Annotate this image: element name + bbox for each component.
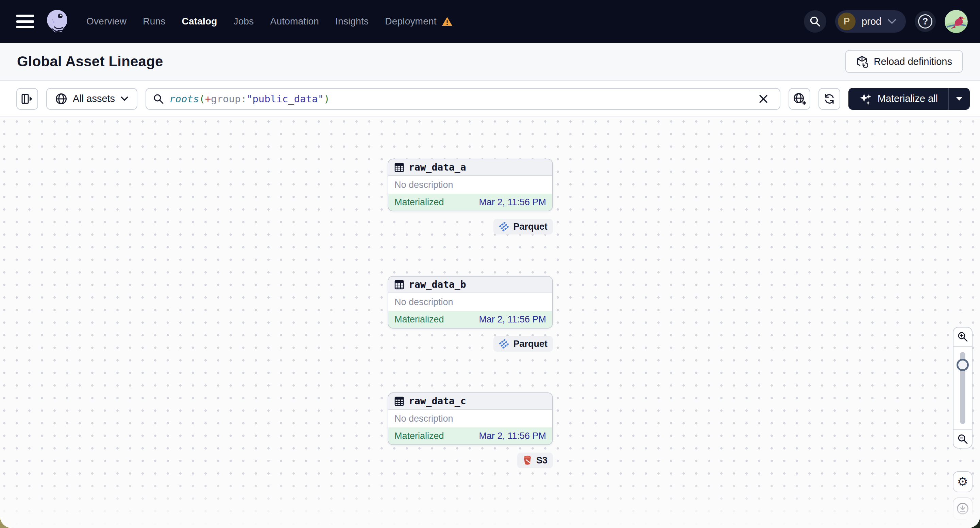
materialization-timestamp[interactable]: Mar 2, 11:56 PM (479, 314, 546, 325)
nav-item-deployment[interactable]: Deployment (385, 16, 453, 27)
gear-icon: ⚙ (957, 475, 968, 489)
table-icon (395, 396, 404, 406)
download-icon (956, 502, 969, 515)
search-icon (809, 16, 821, 27)
materialized-status: Materialized (395, 431, 444, 441)
caret-down-icon (956, 97, 963, 101)
warning-triangle-icon (441, 16, 453, 27)
window-corner-bottom-right (966, 514, 980, 528)
nav-links: Overview Runs Catalog Jobs Automation In… (86, 16, 453, 27)
parquet-icon (499, 222, 509, 232)
search-icon (153, 94, 164, 104)
refresh-icon (823, 93, 835, 105)
page-title: Global Asset Lineage (17, 53, 163, 70)
refresh-graph-button[interactable] (818, 88, 840, 110)
reload-code-location-icon (856, 55, 868, 68)
materialize-options-button[interactable] (948, 88, 970, 110)
materialize-split-button: Materialize all (848, 88, 970, 110)
materialized-status: Materialized (395, 314, 444, 325)
kind-tag-parquet[interactable]: Parquet (493, 336, 553, 352)
query-plus: + (205, 93, 211, 105)
query-open-paren: ( (199, 93, 205, 105)
globe-icon (55, 93, 67, 105)
global-search-button[interactable] (804, 10, 826, 33)
asset-name: raw_data_b (409, 279, 466, 290)
deployment-initial-badge: P (838, 13, 856, 30)
kind-tag-label: Parquet (513, 339, 547, 349)
open-side-panel-button[interactable] (16, 88, 38, 110)
view-global-lineage-button[interactable] (789, 88, 810, 110)
asset-card[interactable]: raw_data_c No description Materialized M… (388, 392, 553, 445)
query-colon: : (241, 93, 247, 105)
hamburger-menu-icon[interactable] (16, 14, 34, 28)
canvas-bottom-fade (0, 477, 980, 528)
help-button[interactable]: ? (915, 11, 936, 32)
nav-item-jobs[interactable]: Jobs (234, 16, 254, 27)
query-function: roots (169, 93, 199, 105)
materialize-all-button[interactable]: Materialize all (848, 88, 948, 110)
kind-tag-s3[interactable]: S3 (517, 453, 553, 468)
asset-scope-label: All assets (73, 93, 115, 104)
asset-card-header: raw_data_c (388, 393, 552, 410)
nav-item-runs[interactable]: Runs (143, 16, 165, 27)
dagster-logo[interactable] (44, 8, 70, 34)
window-corner-bottom-left (0, 514, 14, 528)
zoom-out-icon (957, 434, 968, 444)
asset-card[interactable]: raw_data_b No description Materialized M… (388, 276, 553, 328)
zoom-in-icon (957, 331, 968, 342)
close-icon (759, 94, 768, 104)
asset-node-raw_data_c: raw_data_c No description Materialized M… (388, 392, 553, 468)
zoom-out-button[interactable] (953, 430, 972, 448)
reload-definitions-label: Reload definitions (873, 56, 952, 67)
asset-card-header: raw_data_a (388, 159, 552, 176)
reload-definitions-button[interactable]: Reload definitions (845, 50, 963, 73)
materialization-timestamp[interactable]: Mar 2, 11:56 PM (479, 431, 546, 441)
asset-node-raw_data_b: raw_data_b No description Materialized M… (388, 276, 553, 352)
zoom-slider[interactable] (953, 347, 972, 430)
globe-plus-icon (793, 92, 806, 105)
top-navigation-bar: Overview Runs Catalog Jobs Automation In… (0, 0, 980, 43)
deployment-switcher[interactable]: P prod (835, 10, 906, 33)
clear-query-button[interactable] (754, 89, 773, 108)
asset-card-header: raw_data_b (388, 277, 552, 293)
nav-item-automation[interactable]: Automation (270, 16, 319, 27)
asset-status-bar: Materialized Mar 2, 11:56 PM (388, 311, 552, 328)
cardinal-bird-avatar-image (945, 10, 968, 33)
materialization-timestamp[interactable]: Mar 2, 11:56 PM (479, 197, 546, 208)
zoom-slider-thumb[interactable] (956, 359, 969, 371)
asset-node-raw_data_a: raw_data_a No description Materialized M… (388, 159, 553, 235)
asset-selection-input[interactable]: roots(+group:"public_data") (146, 88, 780, 110)
materialize-all-label: Materialize all (878, 93, 938, 104)
s3-bucket-icon (523, 455, 532, 466)
query-close-paren: ) (324, 93, 329, 105)
asset-scope-dropdown[interactable]: All assets (46, 88, 137, 110)
asset-name: raw_data_c (409, 395, 466, 407)
kind-tag-label: S3 (536, 455, 547, 466)
asset-description: No description (388, 293, 552, 311)
asset-selection-query[interactable]: roots(+group:"public_data") (169, 93, 748, 105)
parquet-icon (499, 339, 509, 349)
nav-right-cluster: P prod ? (804, 10, 968, 33)
chevron-down-icon (120, 96, 129, 101)
kind-tag-parquet[interactable]: Parquet (493, 219, 553, 235)
lineage-canvas[interactable]: raw_data_a No description Materialized M… (0, 118, 980, 528)
asset-card[interactable]: raw_data_a No description Materialized M… (388, 159, 553, 211)
table-icon (395, 280, 404, 290)
asset-description: No description (388, 410, 552, 427)
user-avatar[interactable] (945, 10, 968, 33)
panel-toggle-icon (21, 94, 33, 104)
nav-item-overview[interactable]: Overview (86, 16, 127, 27)
deployment-name: prod (862, 16, 881, 27)
kind-tag-label: Parquet (513, 222, 547, 232)
nav-item-catalog[interactable]: Catalog (181, 16, 217, 27)
nav-item-insights[interactable]: Insights (335, 16, 369, 27)
query-value: "public_data" (247, 93, 324, 105)
asset-name: raw_data_a (409, 162, 466, 173)
query-key: group (211, 93, 240, 105)
asset-description: No description (388, 176, 552, 193)
question-mark-icon: ? (918, 14, 932, 29)
asset-status-bar: Materialized Mar 2, 11:56 PM (388, 193, 552, 211)
zoom-in-button[interactable] (953, 328, 972, 347)
graph-settings-button[interactable]: ⚙ (953, 471, 972, 492)
chevron-down-icon (888, 19, 896, 24)
